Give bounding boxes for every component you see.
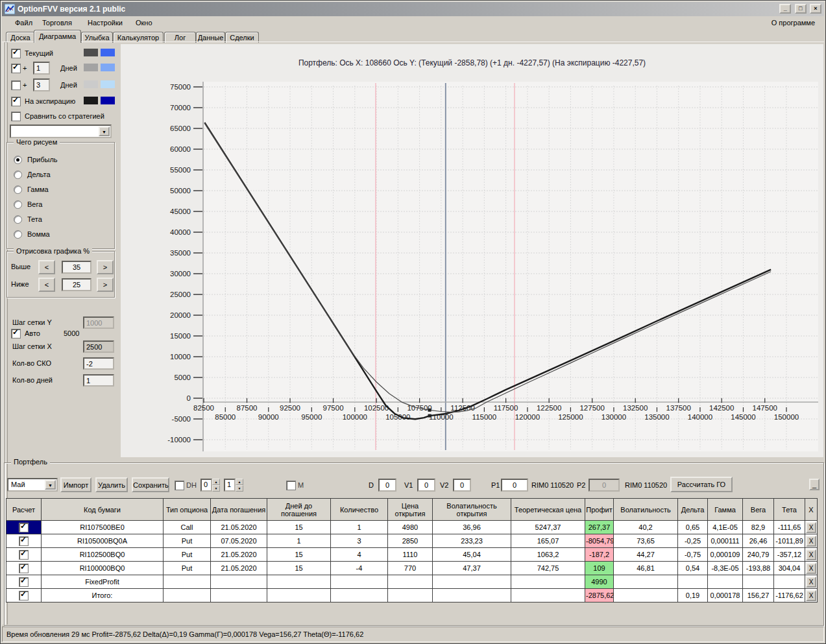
radio-вомма[interactable] (14, 230, 22, 239)
chevron-down-icon[interactable]: ▼ (99, 126, 110, 136)
row-calc-checkbox[interactable]: ✓ (19, 591, 29, 601)
column-header-тип-опциона[interactable]: Тип опциона (164, 499, 211, 521)
legend-checkbox-2[interactable]: ✓ (11, 64, 21, 73)
spin-down-icon[interactable]: ▼ (236, 485, 243, 492)
column-header-волатильность-открытия[interactable]: Волатильность открытия (433, 499, 511, 521)
p2-label: P2 (577, 481, 585, 490)
row-calc-cell[interactable]: ✓ (6, 534, 42, 548)
dh-checkbox[interactable] (175, 481, 184, 490)
grid-step-x-input[interactable] (83, 340, 114, 353)
plot-area[interactable] (203, 82, 818, 451)
row-calc-checkbox[interactable]: ✓ (19, 550, 29, 560)
cell: 0,000178 (708, 589, 743, 602)
x-axis-label: 122500 (537, 404, 561, 412)
close-button[interactable]: × (810, 4, 821, 14)
column-header-дней-до-погашения[interactable]: Дней до погашения (267, 499, 331, 521)
profit-chart-canvas[interactable]: 7500070000650006000055000500004500040000… (121, 44, 823, 457)
legend-checkbox-5[interactable] (11, 112, 21, 121)
auto-checkbox[interactable]: ✓ (11, 329, 21, 339)
days-count-input[interactable] (83, 374, 114, 387)
chevron-down-icon[interactable]: ▼ (45, 480, 56, 490)
column-header-количество[interactable]: Количество (331, 499, 388, 521)
row-delete-button[interactable]: X (806, 536, 816, 547)
v2-input[interactable] (453, 479, 471, 492)
legend-checkbox-1[interactable]: ✓ (11, 49, 21, 58)
row-calc-cell[interactable]: ✓ (6, 562, 42, 575)
radio-дельта[interactable] (14, 171, 22, 179)
column-header-цена-открытия[interactable]: Цена открытия (388, 499, 433, 521)
month-select[interactable]: Май ▼ (7, 478, 58, 492)
row-delete-button[interactable]: X (806, 577, 816, 588)
dh-spinner-1[interactable]: 0 ▲▼ (200, 479, 220, 492)
render-decrease-button-2[interactable]: < (38, 278, 55, 292)
cell: 82,9 (743, 521, 774, 534)
v1-label: V1 (404, 481, 413, 490)
row-delete-button[interactable]: X (806, 549, 816, 560)
menu-item-1[interactable]: Файл (14, 18, 34, 27)
strategy-select[interactable]: ▼ (10, 125, 112, 138)
radio-тета[interactable] (14, 215, 22, 224)
spin-up-icon[interactable]: ▲ (212, 479, 220, 485)
radio-вега[interactable] (14, 200, 22, 209)
row-calc-checkbox[interactable]: ✓ (19, 523, 29, 532)
x-axis-label: 150000 (774, 413, 799, 421)
column-header-профит[interactable]: Профит (585, 499, 614, 521)
save-button[interactable]: Сохранить (132, 477, 169, 492)
minimize-button[interactable]: _ (779, 4, 791, 14)
m-checkbox[interactable] (286, 481, 296, 490)
panel-minimize-button[interactable]: _ (809, 479, 820, 490)
d-input[interactable] (378, 479, 396, 492)
column-header-x[interactable]: X (805, 499, 818, 521)
v1-input[interactable] (417, 479, 435, 492)
row-calc-cell[interactable]: ✓ (6, 521, 42, 534)
menu-item-2[interactable]: Торговля (41, 18, 73, 27)
p1-input[interactable] (501, 479, 528, 492)
maximize-button[interactable]: □ (795, 4, 807, 14)
render-decrease-button-1[interactable]: < (38, 260, 55, 274)
legend-days-input-2[interactable] (33, 62, 50, 75)
row-calc-cell[interactable]: ✓ (6, 589, 42, 602)
title-bar[interactable]: OptionFVV версия 2.1 public _ □ × (2, 2, 824, 16)
column-header-код-бумаги[interactable]: Код бумаги (42, 499, 164, 521)
x-axis-label: 85000 (215, 413, 236, 421)
column-header-дельта[interactable]: Дельта (678, 499, 708, 521)
menu-item-3[interactable]: Настройки (86, 18, 124, 27)
render-increase-button-2[interactable]: > (97, 278, 114, 292)
column-header-волатильность[interactable]: Волатильность (614, 499, 678, 521)
cell: 21.05.2020 (211, 521, 267, 534)
radio-гамма[interactable] (14, 185, 22, 194)
column-header-расчет[interactable]: Расчет (6, 499, 42, 521)
import-button[interactable]: Импорт (60, 477, 91, 492)
row-calc-checkbox[interactable]: ✓ (19, 564, 29, 573)
delete-button[interactable]: Удалить (95, 477, 128, 492)
dh-spinner-2[interactable]: 1 ▲▼ (224, 479, 243, 492)
column-header-тета[interactable]: Тета (774, 499, 805, 521)
spin-up-icon[interactable]: ▲ (236, 479, 243, 485)
row-calc-cell[interactable]: ✓ (6, 575, 42, 589)
column-header-вега[interactable]: Вега (743, 499, 774, 521)
row-delete-button[interactable]: X (806, 590, 816, 601)
legend-checkbox-3[interactable] (11, 80, 21, 90)
sko-count-input[interactable] (83, 357, 114, 370)
tab-диаграмма[interactable]: Диаграмма (34, 30, 81, 43)
row-calc-cell[interactable]: ✓ (6, 548, 42, 562)
row-delete-button[interactable]: X (806, 522, 816, 533)
cell: -187,2 (585, 548, 614, 562)
legend-checkbox-4[interactable]: ✓ (11, 97, 21, 106)
row-delete-button[interactable]: X (806, 563, 816, 574)
spin-down-icon[interactable]: ▼ (212, 485, 220, 492)
legend-days-input-3[interactable] (33, 78, 50, 91)
column-header-гамма[interactable]: Гамма (708, 499, 743, 521)
menu-item-4[interactable]: Окно (134, 18, 154, 27)
render-increase-button-1[interactable]: > (97, 260, 114, 274)
grid-step-y-input[interactable] (83, 316, 114, 329)
column-header-теоретическая-цена[interactable]: Теоретическая цена (511, 499, 585, 521)
profit-chart[interactable]: Портфель: Ось X: 108660 Ось Y: (Текущий … (121, 44, 823, 457)
menu-about[interactable]: О программе (771, 19, 815, 27)
column-header-дата-погашения[interactable]: Дата погашения (211, 499, 267, 521)
radio-прибыль[interactable] (14, 156, 22, 164)
p2-input[interactable] (589, 479, 620, 492)
row-calc-checkbox[interactable]: ✓ (19, 577, 29, 587)
calc-go-button[interactable]: Рассчитать ГО (670, 477, 733, 492)
row-calc-checkbox[interactable]: ✓ (19, 536, 29, 546)
